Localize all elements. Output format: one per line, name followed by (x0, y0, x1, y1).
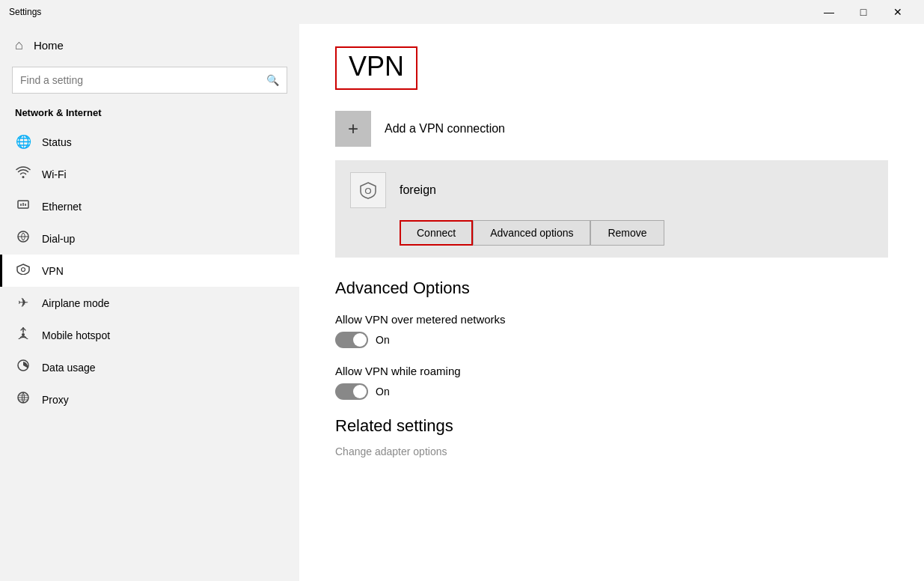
window-controls: — □ ✕ (812, 0, 915, 24)
toggle2-state: On (376, 386, 390, 398)
proxy-icon (15, 392, 31, 407)
svg-point-7 (22, 333, 25, 336)
vpn-icon (15, 263, 31, 279)
titlebar: Settings — □ ✕ (0, 0, 924, 24)
toggle1-label: Allow VPN over metered networks (335, 313, 888, 326)
app-container: ⌂ Home 🔍 Network & Internet 🌐 Status Wi-… (0, 24, 924, 581)
toggle-group-metered: Allow VPN over metered networks On (335, 313, 888, 348)
vpn-buttons: Connect Advanced options Remove (350, 220, 873, 258)
sidebar-item-label-airplane: Airplane mode (42, 297, 109, 309)
toggle2-knob (353, 385, 367, 398)
hotspot-icon (15, 327, 31, 343)
sidebar-item-wifi[interactable]: Wi-Fi (0, 158, 299, 190)
sidebar-item-status[interactable]: 🌐 Status (0, 126, 299, 158)
sidebar-item-label-hotspot: Mobile hotspot (42, 329, 110, 341)
main-content: VPN + Add a VPN connection foreign Co (299, 24, 924, 581)
toggle2-label: Allow VPN while roaming (335, 365, 888, 377)
add-vpn-label: Add a VPN connection (385, 122, 505, 136)
svg-point-16 (366, 189, 371, 194)
toggle1-switch[interactable] (335, 332, 368, 348)
related-settings: Related settings Change adapter options (335, 416, 888, 458)
sidebar-item-ethernet[interactable]: Ethernet (0, 190, 299, 222)
add-vpn-icon-box: + (335, 111, 371, 147)
advanced-options-button[interactable]: Advanced options (473, 220, 590, 246)
sidebar-item-label-ethernet: Ethernet (42, 201, 82, 213)
related-settings-title: Related settings (335, 416, 888, 436)
wifi-icon (15, 166, 31, 182)
sidebar-item-vpn[interactable]: VPN (0, 255, 299, 287)
search-icon: 🔍 (266, 74, 279, 86)
home-label: Home (34, 39, 64, 52)
vpn-connection-row: foreign (350, 172, 873, 220)
sidebar-item-label-wifi: Wi-Fi (42, 168, 67, 180)
ethernet-icon (15, 198, 31, 214)
search-box: 🔍 (12, 67, 287, 94)
toggle2-switch[interactable] (335, 383, 368, 400)
sidebar-item-label-dialup: Dial-up (42, 233, 75, 245)
toggle1-knob (353, 333, 367, 347)
airplane-icon: ✈ (15, 295, 31, 311)
close-button[interactable]: ✕ (881, 0, 915, 24)
add-vpn-row[interactable]: + Add a VPN connection (335, 111, 888, 147)
sidebar-item-label-data-usage: Data usage (42, 362, 96, 374)
minimize-button[interactable]: — (812, 0, 846, 24)
toggle2-row: On (335, 383, 888, 400)
sidebar-item-label-vpn: VPN (42, 265, 64, 277)
toggle-group-roaming: Allow VPN while roaming On (335, 365, 888, 400)
sidebar-item-home[interactable]: ⌂ Home (0, 24, 299, 64)
sidebar-item-label-proxy: Proxy (42, 394, 69, 406)
dialup-icon (15, 231, 31, 246)
advanced-options-title: Advanced Options (335, 279, 888, 298)
svg-point-6 (22, 268, 25, 272)
advanced-options-section: Advanced Options Allow VPN over metered … (335, 279, 888, 400)
status-icon: 🌐 (15, 134, 31, 150)
sidebar-section-label: Network & Internet (0, 104, 299, 126)
sidebar-item-label-status: Status (42, 136, 72, 148)
sidebar-item-airplane[interactable]: ✈ Airplane mode (0, 287, 299, 319)
sidebar-item-dialup[interactable]: Dial-up (0, 222, 299, 255)
toggle1-row: On (335, 332, 888, 348)
sidebar-item-proxy[interactable]: Proxy (0, 383, 299, 416)
data-usage-icon (15, 359, 31, 375)
page-title-box: VPN (335, 46, 417, 90)
app-title: Settings (9, 7, 41, 17)
page-title: VPN (349, 51, 404, 82)
maximize-button[interactable]: □ (846, 0, 881, 24)
toggle1-state: On (376, 334, 390, 346)
search-input[interactable] (20, 74, 266, 86)
home-icon: ⌂ (15, 37, 23, 53)
sidebar-item-hotspot[interactable]: Mobile hotspot (0, 319, 299, 351)
sidebar: ⌂ Home 🔍 Network & Internet 🌐 Status Wi-… (0, 24, 299, 581)
vpn-connection-name: foreign (400, 183, 436, 197)
remove-button[interactable]: Remove (590, 220, 664, 246)
plus-icon: + (348, 118, 358, 139)
change-adapter-link[interactable]: Change adapter options (335, 445, 447, 457)
connect-button[interactable]: Connect (400, 220, 473, 246)
vpn-connection-panel: foreign Connect Advanced options Remove (335, 160, 888, 258)
vpn-connection-icon (350, 172, 386, 208)
sidebar-item-data-usage[interactable]: Data usage (0, 351, 299, 383)
